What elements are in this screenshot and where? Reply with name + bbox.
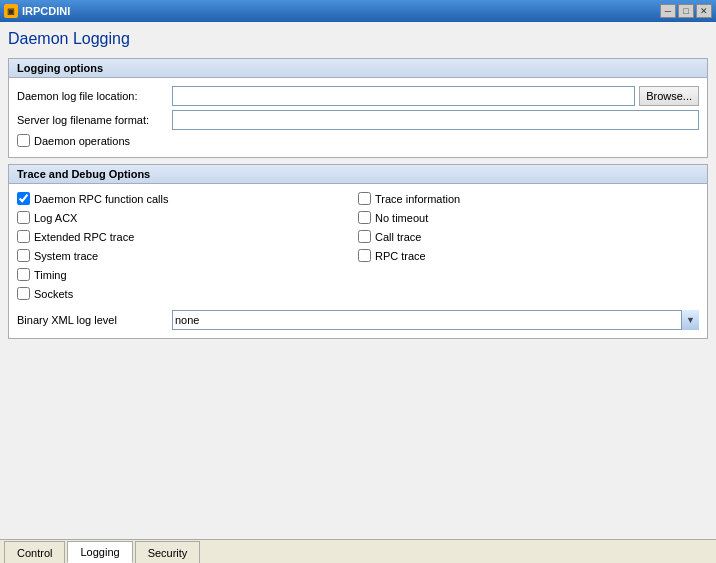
tab-bar: ControlLoggingSecurity xyxy=(0,539,716,563)
trace-left-row: Sockets xyxy=(17,287,358,300)
logging-options-header: Logging options xyxy=(9,59,707,78)
trace-left-checkbox-2[interactable] xyxy=(17,230,30,243)
title-bar-controls: ─ □ ✕ xyxy=(660,4,712,18)
trace-right-label-2: Call trace xyxy=(375,231,421,243)
server-log-input[interactable] xyxy=(172,110,699,130)
title-bar-text: IRPCDINI xyxy=(22,5,656,17)
daemon-ops-checkbox[interactable] xyxy=(17,134,30,147)
trace-left-checkbox-0[interactable] xyxy=(17,192,30,205)
trace-left-checkbox-3[interactable] xyxy=(17,249,30,262)
maximize-button[interactable]: □ xyxy=(678,4,694,18)
server-log-row: Server log filename format: xyxy=(17,110,699,130)
trace-left-checkbox-4[interactable] xyxy=(17,268,30,281)
trace-col-left: Daemon RPC function callsLog ACXExtended… xyxy=(17,192,358,302)
tab-control[interactable]: Control xyxy=(4,541,65,563)
spacer xyxy=(8,345,708,531)
trace-right-checkbox-2[interactable] xyxy=(358,230,371,243)
trace-left-row: System trace xyxy=(17,249,358,262)
trace-left-label-2: Extended RPC trace xyxy=(34,231,134,243)
trace-section: Trace and Debug Options Daemon RPC funct… xyxy=(8,164,708,339)
logging-options-section: Logging options Daemon log file location… xyxy=(8,58,708,158)
daemon-ops-label: Daemon operations xyxy=(34,135,130,147)
daemon-log-input[interactable] xyxy=(172,86,635,106)
trace-right-checkbox-1[interactable] xyxy=(358,211,371,224)
trace-right-label-1: No timeout xyxy=(375,212,428,224)
binary-xml-select-wrapper: nonebasicfull ▼ xyxy=(172,310,699,330)
trace-left-row: Daemon RPC function calls xyxy=(17,192,358,205)
logging-options-body: Daemon log file location: Browse... Serv… xyxy=(9,78,707,157)
trace-left-label-4: Timing xyxy=(34,269,67,281)
trace-col-right: Trace informationNo timeoutCall traceRPC… xyxy=(358,192,699,302)
trace-left-label-0: Daemon RPC function calls xyxy=(34,193,169,205)
trace-right-row: No timeout xyxy=(358,211,699,224)
daemon-log-row: Daemon log file location: Browse... xyxy=(17,86,699,106)
trace-section-header: Trace and Debug Options xyxy=(9,165,707,184)
trace-left-row: Timing xyxy=(17,268,358,281)
binary-xml-row: Binary XML log level nonebasicfull ▼ xyxy=(17,310,699,330)
trace-right-row: Call trace xyxy=(358,230,699,243)
minimize-button[interactable]: ─ xyxy=(660,4,676,18)
page-title: Daemon Logging xyxy=(8,30,708,48)
app-icon: ▣ xyxy=(4,4,18,18)
main-content: Daemon Logging Logging options Daemon lo… xyxy=(0,22,716,539)
server-log-label: Server log filename format: xyxy=(17,114,172,126)
close-button[interactable]: ✕ xyxy=(696,4,712,18)
daemon-ops-row: Daemon operations xyxy=(17,134,699,147)
trace-left-checkbox-1[interactable] xyxy=(17,211,30,224)
browse-button[interactable]: Browse... xyxy=(639,86,699,106)
daemon-log-label: Daemon log file location: xyxy=(17,90,172,102)
trace-right-checkbox-0[interactable] xyxy=(358,192,371,205)
trace-left-label-3: System trace xyxy=(34,250,98,262)
binary-xml-select[interactable]: nonebasicfull xyxy=(172,310,699,330)
trace-left-checkbox-5[interactable] xyxy=(17,287,30,300)
trace-right-row: RPC trace xyxy=(358,249,699,262)
trace-right-label-0: Trace information xyxy=(375,193,460,205)
trace-left-label-5: Sockets xyxy=(34,288,73,300)
trace-right-checkbox-3[interactable] xyxy=(358,249,371,262)
tab-security[interactable]: Security xyxy=(135,541,201,563)
trace-left-label-1: Log ACX xyxy=(34,212,77,224)
trace-right-row: Trace information xyxy=(358,192,699,205)
tab-logging[interactable]: Logging xyxy=(67,541,132,563)
title-bar: ▣ IRPCDINI ─ □ ✕ xyxy=(0,0,716,22)
trace-left-row: Log ACX xyxy=(17,211,358,224)
trace-left-row: Extended RPC trace xyxy=(17,230,358,243)
trace-right-label-3: RPC trace xyxy=(375,250,426,262)
trace-columns: Daemon RPC function callsLog ACXExtended… xyxy=(17,192,699,302)
trace-section-body: Daemon RPC function callsLog ACXExtended… xyxy=(9,184,707,338)
binary-xml-label: Binary XML log level xyxy=(17,314,172,326)
